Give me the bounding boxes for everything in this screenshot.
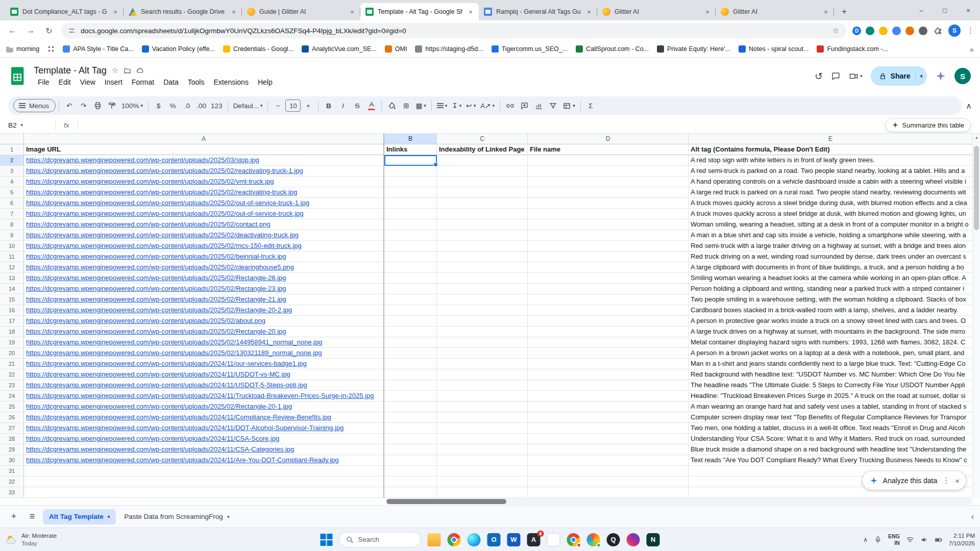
language-indicator[interactable]: ENGIN	[888, 533, 900, 546]
cell-B11[interactable]	[384, 252, 437, 262]
taskbar-app-explorer[interactable]	[428, 533, 441, 546]
decrease-font-size-button[interactable]: −	[271, 98, 285, 113]
cell-A13[interactable]: https://dcgrevamp.wpenginepowered.com/wp…	[24, 273, 384, 284]
cell-B15[interactable]	[384, 294, 437, 305]
cell-A4[interactable]: https://dcgrevamp.wpenginepowered.com/wp…	[24, 177, 384, 187]
column-header-A[interactable]: A	[24, 134, 384, 144]
cell-B8[interactable]	[384, 219, 437, 230]
cell-C33[interactable]	[437, 487, 528, 498]
bookmark-star-icon[interactable]: ☆	[832, 26, 839, 35]
cell-E15[interactable]: Two people smiling in a warehouse settin…	[689, 294, 972, 305]
sheet-tab-caret-icon[interactable]: ▾	[227, 514, 230, 519]
url-link[interactable]: https://dcgrevamp.wpenginepowered.com/wp…	[26, 220, 270, 228]
row-header-6[interactable]: 6	[0, 198, 24, 209]
analyze-menu-icon[interactable]: ⋮	[942, 476, 950, 485]
cell-E8[interactable]: Woman smiling, wearing a headset, sittin…	[689, 219, 972, 230]
address-bar[interactable]: docs.google.com/spreadsheets/d/1ulljkOgr…	[61, 23, 846, 38]
cell-D14[interactable]	[528, 284, 689, 294]
cell-B17[interactable]	[384, 316, 437, 327]
cell-D6[interactable]	[528, 198, 689, 209]
version-history-icon[interactable]: ↺	[815, 70, 823, 82]
number-format-button[interactable]: 123	[209, 98, 225, 113]
row-header-21[interactable]: 21	[0, 359, 24, 369]
document-title[interactable]: Template - Alt Tag	[34, 65, 107, 76]
cell-A20[interactable]: https://dcgrevamp.wpenginepowered.com/wp…	[24, 348, 384, 359]
tab-close-icon[interactable]: ×	[703, 8, 712, 16]
cell-C3[interactable]	[437, 166, 528, 177]
cell-D33[interactable]	[528, 487, 689, 498]
bold-button[interactable]: B	[322, 98, 335, 113]
cell-C26[interactable]	[437, 412, 528, 423]
cell-A2[interactable]: https://dcgrevamp.wpenginepowered.com/wp…	[24, 155, 384, 166]
vertical-scrollbar[interactable]: ▲	[972, 134, 980, 498]
cell-C32[interactable]	[437, 477, 528, 487]
row-header-12[interactable]: 12	[0, 262, 24, 273]
tray-chevron-icon[interactable]: ∧	[863, 536, 868, 543]
extension-icon-5[interactable]	[905, 27, 914, 35]
row-header-16[interactable]: 16	[0, 305, 24, 316]
cell-E4[interactable]: A hand operating controls on a vehicle d…	[689, 177, 972, 187]
browser-tab-6[interactable]: Glitter AI×	[597, 3, 716, 20]
cell-A1[interactable]: Image URL	[24, 144, 384, 155]
row-header-17[interactable]: 17	[0, 316, 24, 327]
bookmark-item-2[interactable]	[47, 45, 55, 53]
url-link[interactable]: https://dcgrevamp.wpenginepowered.com/wp…	[26, 317, 265, 324]
browser-tab-4[interactable]: Template - Alt Tag - Google Sh...×	[360, 3, 479, 20]
cell-D32[interactable]	[528, 477, 689, 487]
menu-edit[interactable]: Edit	[55, 77, 75, 87]
row-header-23[interactable]: 23	[0, 380, 24, 391]
cell-C12[interactable]	[437, 262, 528, 273]
cell-C6[interactable]	[437, 198, 528, 209]
cell-C25[interactable]	[437, 402, 528, 412]
wifi-icon[interactable]	[906, 536, 914, 544]
taskbar-app-doc[interactable]	[547, 533, 560, 546]
cell-C2[interactable]	[437, 155, 528, 166]
url-link[interactable]: https://dcgrevamp.wpenginepowered.com/wp…	[26, 231, 299, 239]
cell-A25[interactable]: https://dcgrevamp.wpenginepowered.com/wp…	[24, 402, 384, 412]
cell-C24[interactable]	[437, 391, 528, 402]
back-button[interactable]: ←	[6, 26, 18, 35]
cell-E17[interactable]: A person in protective gear works inside…	[689, 316, 972, 327]
cell-B27[interactable]	[384, 423, 437, 434]
menu-view[interactable]: View	[76, 77, 100, 87]
menus-button[interactable]: Menus	[13, 99, 56, 112]
bookmark-item-5[interactable]: Credentials - Googl...	[223, 45, 293, 53]
browser-profile-avatar[interactable]: S	[948, 24, 961, 37]
browser-tab-2[interactable]: Search results - Google Drive×	[124, 3, 242, 20]
vertical-scroll-thumb[interactable]	[974, 146, 979, 230]
row-header-10[interactable]: 10	[0, 241, 24, 252]
cell-B21[interactable]	[384, 359, 437, 369]
row-header-33[interactable]: 33	[0, 487, 24, 498]
taskbar-app-green[interactable]: N	[647, 533, 660, 546]
tab-close-icon[interactable]: ×	[111, 8, 119, 16]
insert-chart-button[interactable]	[532, 98, 546, 113]
row-header-15[interactable]: 15	[0, 294, 24, 305]
bookmarks-overflow-icon[interactable]: »	[970, 45, 974, 54]
cell-A10[interactable]: https://dcgrevamp.wpenginepowered.com/wp…	[24, 241, 384, 252]
extension-icon-6[interactable]	[919, 27, 927, 35]
cell-E2[interactable]: A red stop sign with white letters is in…	[689, 155, 972, 166]
cell-A18[interactable]: https://dcgrevamp.wpenginepowered.com/wp…	[24, 327, 384, 337]
select-all-corner[interactable]	[0, 134, 24, 144]
strikethrough-button[interactable]: S	[350, 98, 364, 113]
cell-B32[interactable]	[384, 477, 437, 487]
horizontal-scrollbar[interactable]	[0, 498, 980, 505]
font-selector[interactable]: Defaul...▾	[231, 98, 265, 113]
row-header-4[interactable]: 4	[0, 177, 24, 187]
horizontal-align-button[interactable]: ▾	[435, 98, 450, 113]
cell-D18[interactable]	[528, 327, 689, 337]
cell-E5[interactable]: A large red truck is parked on a rural r…	[689, 187, 972, 198]
cell-D29[interactable]	[528, 444, 689, 455]
row-header-24[interactable]: 24	[0, 391, 24, 402]
cell-E3[interactable]: A red semi-truck is parked on a road. Tw…	[689, 166, 972, 177]
table-views-button[interactable]: ▾	[560, 98, 577, 113]
zoom-selector[interactable]: 100%▾	[119, 98, 145, 113]
cell-B9[interactable]	[384, 230, 437, 241]
cell-D9[interactable]	[528, 230, 689, 241]
decrease-decimal-button[interactable]: .0	[180, 98, 194, 113]
row-header-5[interactable]: 5	[0, 187, 24, 198]
cell-B20[interactable]	[384, 348, 437, 359]
cell-E24[interactable]: Headline: "Truckload Breakeven Prices Su…	[689, 391, 972, 402]
cell-A22[interactable]: https://dcgrevamp.wpenginepowered.com/wp…	[24, 369, 384, 380]
volume-icon[interactable]	[920, 536, 928, 544]
